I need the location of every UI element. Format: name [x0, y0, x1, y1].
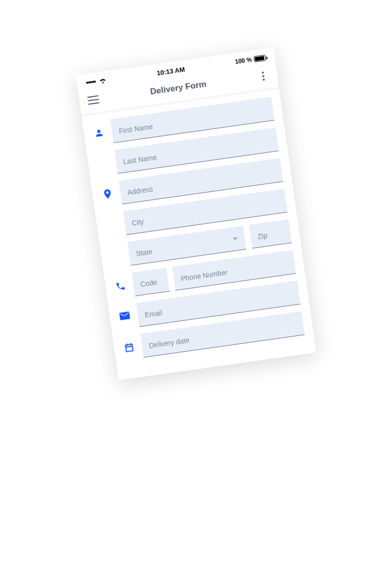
wifi-icon: [98, 77, 107, 84]
status-left: •••••: [85, 76, 107, 87]
svg-point-1: [262, 75, 265, 77]
delivery-form: First Name Last Name Address: [82, 91, 316, 380]
calendar-icon: [122, 335, 136, 353]
svg-point-2: [263, 78, 265, 81]
phone-code-field[interactable]: Code: [132, 268, 170, 296]
hamburger-menu-icon[interactable]: [87, 93, 100, 107]
person-icon: [91, 120, 105, 139]
phone-frame: ••••• 10:13 AM 100 % Delivery Form: [76, 47, 316, 380]
location-icon: [100, 182, 115, 201]
battery-text: 100 %: [234, 56, 252, 65]
battery-icon: [253, 55, 266, 62]
phone-icon: [113, 274, 127, 292]
zip-field[interactable]: Zip: [249, 219, 292, 249]
more-vert-icon[interactable]: [256, 69, 270, 83]
email-icon: [117, 304, 131, 320]
svg-point-0: [262, 71, 264, 74]
status-right: 100 %: [234, 54, 266, 65]
signal-dots-icon: •••••: [85, 78, 96, 87]
status-time: 10:13 AM: [156, 65, 185, 77]
